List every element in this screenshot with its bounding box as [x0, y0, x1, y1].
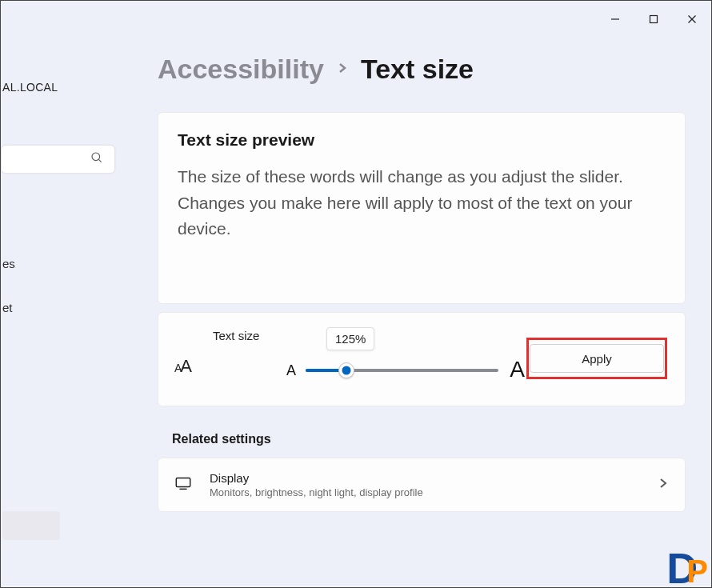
preview-body: The size of these words will change as y…: [178, 164, 666, 242]
related-settings-heading: Related settings: [172, 432, 686, 446]
svg-line-5: [98, 159, 101, 162]
apply-button[interactable]: Apply: [530, 344, 664, 373]
slider-thumb[interactable]: [338, 362, 354, 378]
slider-value-tooltip: 125%: [326, 327, 374, 350]
display-icon: [174, 474, 192, 495]
slider-max-glyph: A: [510, 357, 525, 382]
sidebar-item[interactable]: es: [1, 249, 117, 278]
chevron-right-icon: [337, 62, 348, 77]
close-button[interactable]: [673, 3, 711, 35]
related-display-subtitle: Monitors, brightness, night light, displ…: [210, 486, 640, 498]
account-domain-label: AL.LOCAL: [1, 81, 117, 94]
breadcrumb-current: Text size: [361, 54, 474, 85]
slider-label: Text size: [213, 329, 259, 342]
chevron-right-icon: [658, 478, 669, 492]
watermark-p: P: [686, 558, 708, 584]
search-icon: [90, 151, 103, 167]
text-size-preview-card: Text size preview The size of these word…: [158, 112, 686, 304]
search-input[interactable]: [1, 145, 115, 174]
titlebar: [596, 1, 711, 37]
main-content: Accessibility Text size Text size previe…: [158, 54, 686, 512]
breadcrumb-parent[interactable]: Accessibility: [158, 54, 324, 85]
sidebar-item[interactable]: et: [1, 293, 117, 322]
text-size-slider[interactable]: [306, 369, 498, 372]
preview-title: Text size preview: [178, 130, 666, 150]
text-size-icon: AA: [174, 356, 192, 377]
svg-rect-1: [650, 15, 658, 22]
watermark-logo: D P: [666, 551, 708, 586]
svg-rect-6: [176, 478, 190, 487]
maximize-button[interactable]: [634, 3, 673, 35]
minimize-button[interactable]: [596, 3, 634, 35]
svg-point-4: [92, 153, 100, 161]
breadcrumb: Accessibility Text size: [158, 54, 686, 85]
text-size-slider-card: Text size AA 125% A A Apply: [158, 312, 686, 406]
slider-min-glyph: A: [286, 362, 296, 379]
related-display-item[interactable]: Display Monitors, brightness, night ligh…: [158, 458, 686, 512]
related-display-title: Display: [210, 471, 640, 485]
sidebar: AL.LOCAL es et: [1, 81, 117, 322]
sidebar-selection-bg: [2, 511, 60, 540]
